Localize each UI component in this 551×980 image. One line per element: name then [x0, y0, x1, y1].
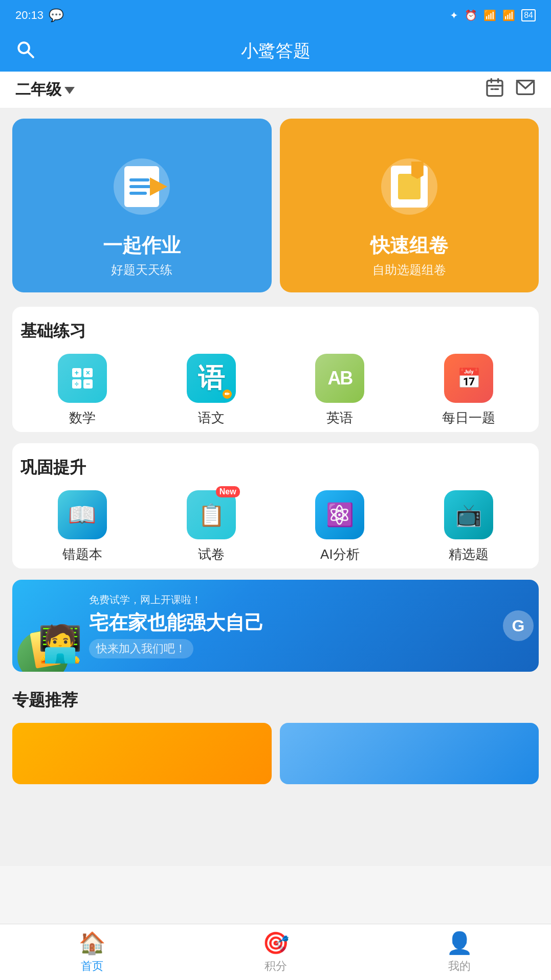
- topic-card-2[interactable]: [280, 723, 539, 784]
- battery-icon: 84: [521, 9, 536, 21]
- main-content: 一起作业 好题天天练 快速组卷 自助选题组卷 基础练习: [0, 108, 551, 866]
- math-icon: + × ÷ −: [58, 354, 107, 403]
- daily-icon: 📅: [444, 354, 493, 403]
- hero-cards: 一起作业 好题天天练 快速组卷 自助选题组卷: [12, 119, 539, 292]
- tests-item[interactable]: 📋 New 试卷: [149, 490, 273, 563]
- ai-item[interactable]: ⚛️ AI分析: [278, 490, 402, 563]
- status-bar: 20:13 💬 ✦ ⏰ 📶 📶 84: [0, 0, 551, 31]
- math-item[interactable]: + × ÷ − 数学: [20, 354, 144, 427]
- banner-prefix: 免费试学，网上开课啦！: [89, 593, 528, 607]
- alarm-icon: ⏰: [465, 9, 477, 21]
- banner-section[interactable]: 🧑‍💻 免费试学，网上开课啦！ 宅在家也能强大自己 快来加入我们吧！ G: [12, 580, 539, 672]
- basic-grid: + × ÷ − 数学 语 ✏ 语文 AB: [20, 354, 531, 427]
- daily-item[interactable]: 📅 每日一题: [407, 354, 531, 427]
- advanced-section: 巩固提升 📖 错题本 📋 New 试卷 ⚛️: [12, 443, 539, 568]
- advanced-grid: 📖 错题本 📋 New 试卷 ⚛️ AI分析: [20, 490, 531, 563]
- basic-section-title: 基础练习: [20, 317, 531, 343]
- search-button[interactable]: [15, 39, 35, 63]
- errors-label: 错题本: [62, 545, 102, 563]
- mine-icon: 👤: [446, 930, 473, 955]
- nav-home[interactable]: 🏠 首页: [0, 930, 184, 974]
- topics-grid: [12, 723, 539, 784]
- tests-label: 试卷: [198, 545, 225, 563]
- nav-mine-label: 我的: [448, 959, 471, 974]
- errors-item[interactable]: 📖 错题本: [20, 490, 144, 563]
- english-label: 英语: [326, 409, 353, 427]
- home-icon: 🏠: [79, 930, 105, 955]
- featured-label: 精选题: [449, 545, 489, 563]
- english-icon: AB: [315, 354, 364, 403]
- topics-title: 专题推荐: [12, 686, 539, 712]
- topics-section: 专题推荐: [12, 686, 539, 784]
- quiz-icon: [373, 151, 445, 222]
- grade-selector[interactable]: 二年级: [15, 79, 75, 100]
- quiz-subtitle: 自助选题组卷: [372, 262, 446, 278]
- sub-header: 二年级: [0, 72, 551, 108]
- status-time: 20:13: [15, 9, 43, 22]
- app-title: 小鹭答题: [241, 39, 311, 63]
- wifi-icon: 📶: [502, 9, 515, 21]
- status-right: ✦ ⏰ 📶 📶 84: [450, 9, 536, 21]
- homework-title: 一起作业: [103, 233, 181, 259]
- mail-button[interactable]: [515, 77, 536, 102]
- ai-label: AI分析: [320, 545, 360, 563]
- header-icons: [484, 77, 536, 102]
- bluetooth-icon: ✦: [450, 9, 458, 21]
- daily-label: 每日一题: [442, 409, 495, 427]
- math-label: 数学: [69, 409, 96, 427]
- quiz-title: 快速组卷: [370, 233, 448, 259]
- featured-icon: 📺: [444, 490, 493, 539]
- nav-points-label: 积分: [265, 959, 287, 974]
- status-left: 20:13 💬: [15, 8, 64, 22]
- ai-icon: ⚛️: [315, 490, 364, 539]
- app-header: 小鹭答题: [0, 31, 551, 72]
- nav-home-label: 首页: [81, 959, 103, 974]
- banner-text: 免费试学，网上开课啦！ 宅在家也能强大自己 快来加入我们吧！: [79, 588, 539, 664]
- signal-icon: 📶: [483, 9, 496, 21]
- banner-badge: G: [503, 610, 534, 641]
- banner-subtitle: 快来加入我们吧！: [89, 639, 193, 658]
- featured-item[interactable]: 📺 精选题: [407, 490, 531, 563]
- chinese-item[interactable]: 语 ✏ 语文: [149, 354, 273, 427]
- english-item[interactable]: AB 英语: [278, 354, 402, 427]
- svg-line-1: [28, 52, 33, 57]
- banner-title: 宅在家也能强大自己: [89, 610, 528, 636]
- dropdown-arrow-icon: [64, 87, 75, 94]
- wechat-icon: 💬: [49, 8, 64, 22]
- topic-card-1[interactable]: [12, 723, 272, 784]
- points-icon: 🎯: [262, 930, 289, 955]
- advanced-section-title: 巩固提升: [20, 453, 531, 479]
- quiz-card[interactable]: 快速组卷 自助选题组卷: [280, 119, 539, 292]
- grade-label: 二年级: [15, 79, 61, 100]
- chinese-label: 语文: [198, 409, 225, 427]
- nav-mine[interactable]: 👤 我的: [367, 930, 551, 974]
- calendar-button[interactable]: [484, 77, 505, 102]
- chinese-icon: 语 ✏: [187, 354, 236, 403]
- basic-section: 基础练习 + × ÷ − 数学 语 ✏: [12, 307, 539, 432]
- homework-card[interactable]: 一起作业 好题天天练: [12, 119, 272, 292]
- homework-icon: [106, 151, 178, 222]
- homework-subtitle: 好题天天练: [111, 262, 172, 278]
- errors-icon: 📖: [58, 490, 107, 539]
- bottom-nav: 🏠 首页 🎯 积分 👤 我的: [0, 924, 551, 980]
- nav-points[interactable]: 🎯 积分: [184, 930, 367, 974]
- tests-icon: 📋 New: [187, 490, 236, 539]
- new-badge: New: [216, 486, 240, 497]
